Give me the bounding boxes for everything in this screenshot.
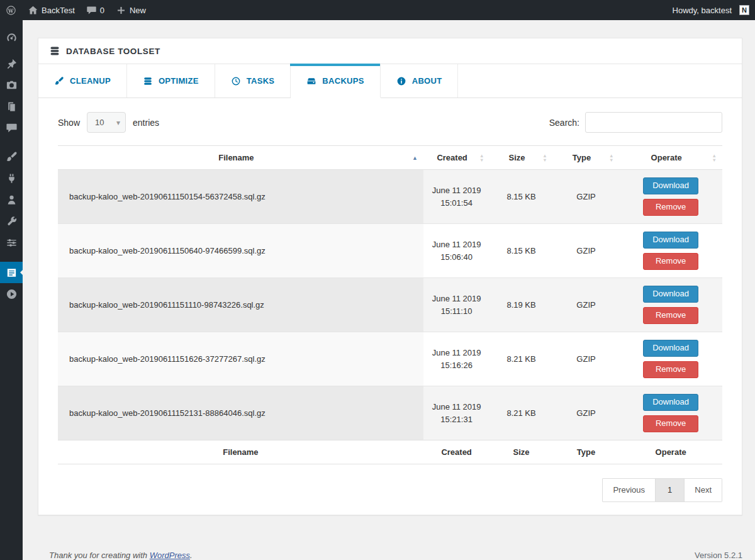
camera-icon bbox=[6, 79, 18, 91]
created-time: 15:01:54 bbox=[428, 197, 485, 210]
tab-label: BACKUPS bbox=[322, 76, 364, 86]
download-button[interactable]: Download bbox=[643, 394, 698, 411]
plug-icon bbox=[6, 172, 18, 184]
type-cell: GZIP bbox=[553, 278, 620, 332]
wp-footer: Thank you for creating with WordPress. V… bbox=[38, 551, 742, 560]
remove-button[interactable]: Remove bbox=[643, 307, 698, 324]
column-header-filename[interactable]: Filename▲ bbox=[58, 146, 423, 170]
created-time: 15:21:31 bbox=[428, 413, 485, 426]
admin-bar-right: Howdy, backtest N bbox=[667, 0, 755, 20]
table-head-row: Filename▲Created▲▼Size▲▼Type▲▼Operate▲▼ bbox=[58, 146, 722, 170]
tab-label: OPTIMIZE bbox=[159, 76, 199, 86]
header-label: Operate bbox=[656, 447, 686, 457]
brush-icon bbox=[54, 76, 64, 86]
sidebar-item-plugins[interactable] bbox=[0, 167, 23, 189]
sidebar-item-pages[interactable] bbox=[0, 96, 23, 117]
remove-button[interactable]: Remove bbox=[643, 361, 698, 378]
brush-icon bbox=[6, 151, 18, 163]
page-length-select[interactable]: 10 bbox=[87, 112, 126, 133]
filename-cell: backup-kaloo_web-20190611150640-97466599… bbox=[58, 224, 423, 278]
created-date: June 11 2019 bbox=[428, 347, 485, 359]
filename-cell: backup-kaloo_web-20190611151110-98743226… bbox=[58, 278, 423, 332]
tabs: CLEANUPOPTIMIZETASKSBACKUPSABOUT bbox=[38, 64, 742, 98]
sidebar-item-users[interactable] bbox=[0, 189, 23, 210]
previous-page-button[interactable]: Previous bbox=[602, 478, 655, 502]
sidebar-item-plugin-misc[interactable] bbox=[0, 283, 23, 305]
sort-ascending-icon: ▲ bbox=[412, 155, 418, 161]
filename-cell: backup-kaloo_web-20190611152131-88864046… bbox=[58, 386, 423, 440]
tab-cleanup[interactable]: CLEANUP bbox=[38, 64, 127, 98]
footer-header-filename: Filename bbox=[58, 440, 423, 464]
wp-logo-menu[interactable] bbox=[0, 0, 22, 20]
footer-header-operate: Operate bbox=[619, 440, 722, 464]
tab-label: CLEANUP bbox=[70, 76, 111, 86]
wordpress-link[interactable]: WordPress bbox=[150, 551, 190, 560]
admin-bar: BackTest 0 New Howdy, backtest N bbox=[0, 0, 755, 20]
download-button[interactable]: Download bbox=[643, 232, 698, 249]
column-header-type[interactable]: Type▲▼ bbox=[553, 146, 620, 170]
sidebar-item-settings[interactable] bbox=[0, 232, 23, 253]
header-label: Created bbox=[437, 153, 467, 162]
created-date: June 11 2019 bbox=[428, 401, 485, 413]
column-header-created[interactable]: Created▲▼ bbox=[423, 146, 490, 170]
my-account-menu[interactable]: Howdy, backtest N bbox=[667, 0, 755, 20]
page-number-button[interactable]: 1 bbox=[655, 478, 685, 502]
size-cell: 8.15 KB bbox=[489, 170, 552, 224]
sidebar-item-tools[interactable] bbox=[0, 210, 23, 232]
footer-header-type: Type bbox=[553, 440, 620, 464]
pagination: Previous 1 Next bbox=[38, 464, 742, 515]
download-button[interactable]: Download bbox=[643, 177, 698, 194]
header-label: Created bbox=[441, 447, 471, 457]
sidebar-item-posts[interactable] bbox=[0, 53, 23, 74]
dashboard-icon bbox=[6, 31, 18, 43]
tab-backups[interactable]: BACKUPS bbox=[291, 64, 380, 98]
footer-header-size: Size bbox=[489, 440, 552, 464]
thanks-prefix: Thank you for creating with bbox=[49, 551, 150, 560]
created-cell: June 11 201915:16:26 bbox=[423, 332, 490, 386]
type-cell: GZIP bbox=[553, 224, 620, 278]
sidebar-item-media[interactable] bbox=[0, 74, 23, 96]
table-wrap: Filename▲Created▲▼Size▲▼Type▲▼Operate▲▼ … bbox=[38, 133, 742, 464]
download-button[interactable]: Download bbox=[643, 286, 698, 303]
remove-button[interactable]: Remove bbox=[643, 199, 698, 216]
download-button[interactable]: Download bbox=[643, 340, 698, 357]
site-name-menu[interactable]: BackTest bbox=[22, 0, 81, 20]
tab-tasks[interactable]: TASKS bbox=[215, 64, 291, 98]
new-label: New bbox=[130, 6, 146, 15]
sort-both-icon: ▲▼ bbox=[542, 154, 547, 162]
admin-bar-left: BackTest 0 New bbox=[0, 0, 152, 20]
operate-cell: DownloadRemove bbox=[619, 332, 722, 386]
content-area: DATABASE TOOLSET CLEANUPOPTIMIZETASKSBAC… bbox=[23, 20, 755, 560]
tab-about[interactable]: ABOUT bbox=[381, 64, 459, 98]
size-cell: 8.21 KB bbox=[489, 332, 552, 386]
sidebar-item-dashboard[interactable] bbox=[0, 26, 23, 48]
table-foot-row: FilenameCreatedSizeTypeOperate bbox=[58, 440, 722, 464]
wrench-icon bbox=[6, 215, 18, 227]
column-header-size[interactable]: Size▲▼ bbox=[489, 146, 552, 170]
header-label: Size bbox=[513, 447, 530, 457]
created-time: 15:11:10 bbox=[428, 305, 485, 318]
created-cell: June 11 201915:06:40 bbox=[423, 224, 490, 278]
backups-table: Filename▲Created▲▼Size▲▼Type▲▼Operate▲▼ … bbox=[58, 145, 722, 464]
sidebar-item-comments[interactable] bbox=[0, 117, 23, 138]
remove-button[interactable]: Remove bbox=[643, 253, 698, 270]
type-cell: GZIP bbox=[553, 386, 620, 440]
next-page-button[interactable]: Next bbox=[685, 478, 722, 502]
remove-button[interactable]: Remove bbox=[643, 415, 698, 432]
column-header-operate[interactable]: Operate▲▼ bbox=[619, 146, 722, 170]
sidebar-item-appearance[interactable] bbox=[0, 146, 23, 167]
page-title: DATABASE TOOLSET bbox=[66, 47, 160, 56]
card-header: DATABASE TOOLSET bbox=[38, 38, 742, 64]
new-content-menu[interactable]: New bbox=[110, 0, 152, 20]
database-stack-icon bbox=[143, 76, 153, 86]
filename-cell: backup-kaloo_web-20190611150154-56372458… bbox=[58, 170, 423, 224]
created-date: June 11 2019 bbox=[428, 238, 485, 251]
database-toolset-card: DATABASE TOOLSET CLEANUPOPTIMIZETASKSBAC… bbox=[38, 38, 742, 515]
tab-optimize[interactable]: OPTIMIZE bbox=[127, 64, 215, 98]
search-control: Search: bbox=[549, 112, 722, 133]
sidebar-item-database-toolset[interactable] bbox=[0, 262, 23, 283]
show-label: Show bbox=[58, 118, 80, 128]
operate-cell: DownloadRemove bbox=[619, 170, 722, 224]
comments-menu[interactable]: 0 bbox=[81, 0, 110, 20]
search-input[interactable] bbox=[585, 112, 722, 133]
